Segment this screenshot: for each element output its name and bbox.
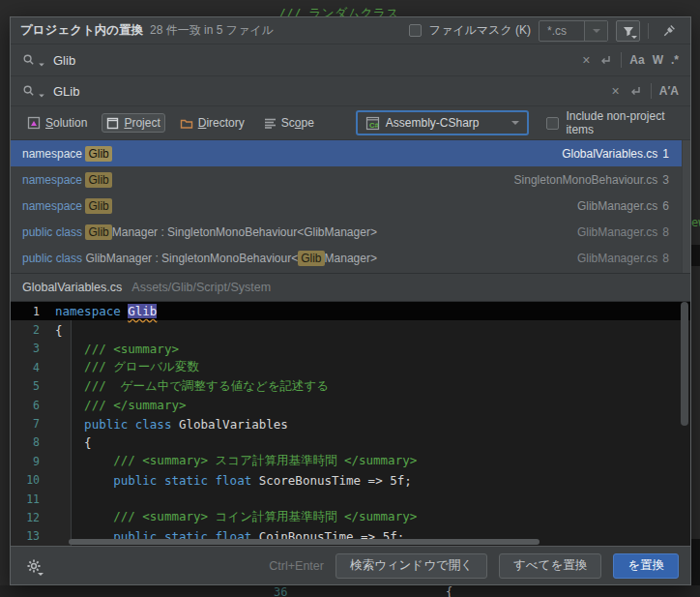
chevron-down-icon: [631, 36, 637, 39]
replace-input[interactable]: [53, 84, 604, 99]
scope-solution-button[interactable]: Solution: [22, 113, 92, 133]
solution-icon: [27, 116, 41, 130]
clear-search-button[interactable]: ×: [582, 52, 590, 68]
result-location: GlibManager.cs 8: [577, 225, 669, 239]
regex-button[interactable]: .*: [671, 53, 679, 67]
csharp-project-icon: C#: [365, 116, 380, 131]
line-text: /// <summary>: [55, 342, 179, 356]
line-number: 5: [11, 379, 55, 393]
file-mask-checkbox[interactable]: [409, 24, 422, 37]
result-line: 3: [662, 173, 669, 187]
code-line: 1 namespace Glib: [11, 302, 690, 320]
result-text: public class GlibManager : SingletonMono…: [22, 252, 377, 265]
divider: [648, 23, 649, 39]
result-location: GlobalVariables.cs 1: [562, 147, 669, 161]
code-line: 2 {: [11, 320, 690, 339]
open-in-find-window-button[interactable]: 検索ウィンドウで開く: [335, 553, 487, 579]
line-text: /// </summary>: [55, 398, 186, 412]
insert-newline-button[interactable]: [627, 84, 643, 98]
result-location: GlibManager.cs 8: [577, 252, 669, 265]
scope-row: Solution Project Directory Scope: [11, 105, 690, 139]
line-number: 8: [11, 435, 55, 449]
chevron-down-icon: [511, 121, 519, 125]
file-mask-label: ファイルマスク (K): [429, 22, 531, 39]
insert-newline-button[interactable]: [598, 53, 613, 67]
file-mask-combo[interactable]: *.cs: [539, 20, 608, 42]
replace-all-button[interactable]: すべてを置換: [499, 553, 601, 579]
vertical-scrollbar[interactable]: [681, 302, 688, 426]
line-text: /// ゲーム中で調整する値などを記述する: [55, 378, 329, 395]
scope-directory-button[interactable]: Directory: [175, 113, 249, 133]
filter-button[interactable]: [616, 20, 640, 42]
replace-in-project-dialog: プロジェクト内の置換 28 件一致 in 5 ファイル ファイルマスク (K) …: [10, 16, 691, 585]
result-location: SingletonMonoBehaviour.cs 3: [514, 173, 669, 187]
file-mask-dropdown-button[interactable]: [584, 21, 607, 41]
match-case-button[interactable]: Aa: [629, 53, 644, 67]
include-non-project-option: Include non-project items: [546, 109, 679, 136]
editor-dark-patch: [691, 539, 700, 585]
line-number: 3: [11, 342, 55, 355]
code-preview[interactable]: 1 namespace Glib 2 { 3 /// <summary> 4 /…: [11, 301, 690, 546]
replace-icon[interactable]: [22, 84, 45, 98]
search-input[interactable]: [53, 53, 574, 68]
replace-field-row: × A′A: [11, 75, 690, 105]
result-row[interactable]: namespace Glib GlobalVariables.cs 1: [11, 140, 690, 166]
line-text: /// <summary> コイン計算用基準時間 </summary>: [55, 509, 417, 525]
code-line: 8 {: [11, 433, 690, 452]
line-text: public static float ScoreBonusTime => 5f…: [55, 473, 412, 488]
search-field-row: × Aa W .*: [11, 44, 690, 75]
background-editor-right: ew: [691, 16, 700, 585]
chevron-down-icon: [39, 64, 44, 67]
preserve-case-button[interactable]: A′A: [659, 84, 679, 98]
scope-project-label: Project: [124, 116, 160, 130]
match-summary: 28 件一致 in 5 ファイル: [150, 22, 274, 39]
results-scrollbar[interactable]: [682, 140, 690, 273]
line-number: 12: [11, 511, 55, 524]
result-row[interactable]: namespace Glib GlibManager.cs 6: [11, 193, 690, 219]
result-row[interactable]: namespace Glib SingletonMonoBehaviour.cs…: [11, 166, 690, 193]
result-line: 8: [662, 252, 669, 265]
settings-button[interactable]: [22, 554, 45, 578]
line-number: 1: [11, 305, 55, 318]
line-text: public class GlobalVariables: [55, 417, 288, 432]
line-text: {: [55, 435, 92, 450]
scope-scope-button[interactable]: Scope: [259, 113, 319, 133]
chevron-down-icon: [593, 29, 600, 33]
result-row[interactable]: public class GlibManager : SingletonMono…: [11, 219, 690, 245]
divider: [621, 52, 622, 68]
module-scope-combo[interactable]: C# Assembly-CSharp: [356, 110, 530, 135]
code-line: 4 /// グローバル変数: [11, 358, 690, 376]
search-icon[interactable]: [22, 53, 45, 67]
preview-file-bar: GlobalVariables.cs Assets/Glib/Script/Sy…: [11, 273, 690, 301]
code-line: 11: [11, 490, 690, 508]
dialog-title: プロジェクト内の置換: [20, 22, 143, 39]
code-line: 10 public static float ScoreBonusTime =>…: [11, 471, 690, 490]
shortcut-hint: Ctrl+Enter: [269, 559, 324, 573]
pin-button[interactable]: [656, 20, 681, 42]
whole-words-button[interactable]: W: [653, 53, 663, 67]
chevron-down-icon: [38, 573, 44, 576]
horizontal-scrollbar[interactable]: [69, 539, 540, 545]
result-text: namespace Glib: [22, 199, 112, 213]
scope-project-button[interactable]: Project: [102, 113, 164, 133]
results-list: namespace Glib GlobalVariables.cs 1 name…: [11, 139, 690, 273]
replace-button[interactable]: を置換: [613, 553, 679, 579]
code-line: 7 public class GlobalVariables: [11, 414, 690, 433]
result-line: 6: [662, 199, 669, 213]
result-file: SingletonMonoBehaviour.cs: [514, 173, 658, 187]
result-file: GlibManager.cs: [577, 252, 657, 265]
result-line: 1: [662, 147, 669, 161]
include-non-project-checkbox[interactable]: [546, 117, 559, 130]
folder-icon: [180, 117, 193, 130]
result-text: public class GlibManager : SingletonMono…: [22, 225, 377, 239]
editor-dark-patch: [691, 245, 700, 266]
divider: [651, 83, 652, 99]
line-text: /// グローバル変数: [55, 359, 199, 375]
code-line: 12 /// <summary> コイン計算用基準時間 </summary>: [11, 508, 690, 526]
project-icon: [106, 117, 119, 130]
clear-replace-button[interactable]: ×: [612, 83, 620, 99]
background-editor-top: /// ランダムクラス: [0, 0, 700, 16]
gear-icon: [26, 558, 42, 574]
result-row[interactable]: public class GlibManager : SingletonMono…: [11, 245, 690, 271]
line-number: 4: [11, 361, 55, 374]
